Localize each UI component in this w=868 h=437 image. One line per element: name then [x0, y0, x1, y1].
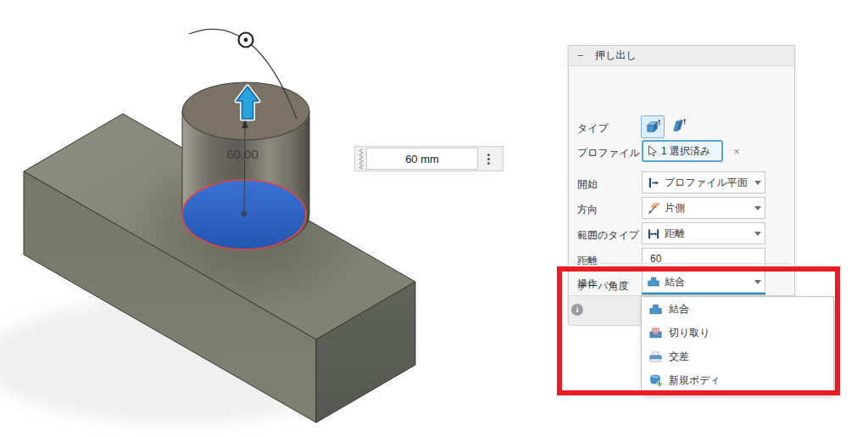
- profile-label: プロファイル: [577, 146, 640, 158]
- canvas-dimension-widget: [354, 146, 504, 171]
- extent-type-value: 距離: [665, 227, 754, 241]
- extent-type-label: 範囲のタイプ: [577, 228, 639, 240]
- profile-plane-icon: [647, 176, 660, 190]
- option-label: 結合: [669, 302, 689, 317]
- join-icon: [647, 275, 660, 289]
- operation-option-join[interactable]: 結合: [642, 297, 833, 321]
- extrude-solid-icon: [644, 118, 662, 136]
- join-icon: [648, 302, 663, 317]
- chevron-down-icon: [754, 280, 761, 284]
- one-side-icon: [647, 201, 660, 216]
- direction-select[interactable]: 片側: [642, 197, 765, 219]
- extent-type-select[interactable]: 距離: [642, 222, 765, 244]
- chevron-down-icon: [754, 181, 761, 185]
- operation-label: 操作: [577, 277, 598, 289]
- operation-option-new-body[interactable]: 新規ボディ: [642, 368, 833, 392]
- chevron-down-icon: [754, 206, 761, 210]
- cursor-icon: [647, 145, 658, 157]
- operation-value: 結合: [665, 275, 754, 289]
- distance-canvas-input[interactable]: [366, 148, 478, 170]
- start-select[interactable]: プロファイル平面: [642, 171, 765, 193]
- operation-option-cut[interactable]: 切り取り: [642, 321, 833, 345]
- chevron-down-icon: [754, 232, 761, 236]
- extrude-dialog: − 押し出し タイプ プロファイル 1 選択済み × 開始: [568, 45, 795, 324]
- option-label: 新規ボディ: [669, 373, 721, 388]
- rotate-handle[interactable]: [239, 33, 253, 48]
- option-label: 交差: [669, 350, 689, 364]
- dimension-value-label: 60.00: [226, 147, 259, 161]
- direction-value: 片側: [665, 201, 754, 216]
- option-label: 切り取り: [669, 326, 710, 340]
- profile-center-anchor: [242, 211, 247, 216]
- operation-focus-underline: [642, 293, 765, 294]
- distance-extent-icon: [647, 227, 660, 241]
- profile-selection-chip[interactable]: 1 選択済み: [642, 140, 723, 162]
- clear-selection-button[interactable]: ×: [730, 145, 743, 158]
- dialog-header[interactable]: − 押し出し: [569, 46, 794, 66]
- profile-selection-count: 1 選択済み: [661, 144, 710, 159]
- operation-select[interactable]: 結合: [642, 271, 765, 293]
- distance-input[interactable]: [642, 248, 765, 270]
- extrude-type-solid-button[interactable]: [641, 115, 665, 138]
- model-viewport[interactable]: 60.00: [0, 0, 559, 437]
- info-icon[interactable]: i: [571, 304, 583, 316]
- operation-dropdown-list: 結合 切り取り 交差 新規ボディ: [641, 296, 834, 394]
- extrude-type-thin-button[interactable]: [667, 115, 689, 137]
- cut-icon: [648, 326, 663, 340]
- start-value: プロファイル平面: [665, 176, 754, 190]
- options-kebab-icon[interactable]: [478, 154, 498, 165]
- extrude-thin-icon: [670, 117, 687, 135]
- start-label: 開始: [577, 177, 598, 189]
- section-divider: [574, 263, 791, 264]
- dialog-title: 押し出し: [595, 48, 637, 63]
- intersect-icon: [648, 350, 663, 364]
- ruler-icon: [355, 148, 366, 170]
- type-label: タイプ: [577, 121, 609, 133]
- direction-label: 方向: [577, 203, 598, 215]
- new-body-icon: [648, 373, 663, 388]
- collapse-icon[interactable]: −: [577, 49, 589, 62]
- operation-option-intersect[interactable]: 交差: [642, 345, 833, 368]
